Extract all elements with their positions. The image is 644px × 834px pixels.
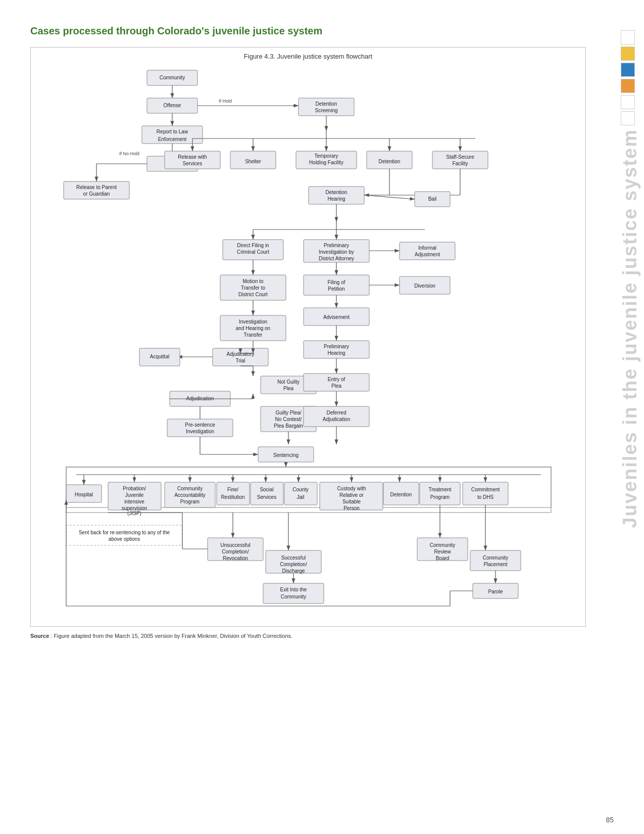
figure-caption: Figure 4.3. Juvenile justice system flow… — [36, 53, 580, 60]
svg-text:Fine/: Fine/ — [227, 487, 238, 492]
svg-text:Petition: Petition — [328, 286, 344, 292]
svg-rect-204 — [470, 550, 521, 571]
svg-text:Holding Facility: Holding Facility — [309, 160, 343, 165]
svg-text:Acquittal: Acquittal — [150, 354, 169, 359]
svg-text:Restitution: Restitution — [221, 494, 244, 500]
svg-text:Community: Community — [281, 594, 307, 599]
svg-text:Hearing: Hearing — [327, 350, 345, 356]
svg-text:Adjustment: Adjustment — [415, 252, 440, 257]
svg-text:Community: Community — [483, 555, 509, 561]
svg-text:Suitable: Suitable — [342, 499, 361, 504]
svg-text:Staff-Secure: Staff-Secure — [446, 154, 474, 160]
svg-text:Custody with: Custody with — [337, 486, 366, 491]
svg-text:Jail: Jail — [296, 494, 304, 500]
svg-text:Not Guilty: Not Guilty — [277, 379, 300, 385]
svg-text:Trial: Trial — [235, 358, 245, 363]
svg-text:Accountability: Accountability — [174, 492, 206, 498]
svg-text:Hearing: Hearing — [327, 196, 345, 202]
svg-text:Services: Services — [183, 161, 202, 166]
svg-text:Motion to: Motion to — [242, 279, 264, 284]
svg-text:Investigation: Investigation — [239, 319, 267, 325]
svg-text:Community: Community — [160, 75, 185, 80]
svg-text:Program: Program — [430, 494, 450, 500]
svg-text:Diversion: Diversion — [414, 283, 435, 289]
svg-text:Hospital: Hospital — [75, 492, 93, 497]
svg-text:If Hold: If Hold — [219, 99, 232, 104]
svg-text:Sentencing: Sentencing — [273, 452, 299, 458]
page-number: 85 — [606, 816, 614, 824]
svg-text:Person: Person — [343, 505, 360, 511]
svg-text:Plea: Plea — [331, 383, 341, 389]
bar-blue — [621, 63, 635, 77]
svg-text:Entry of: Entry of — [328, 377, 345, 382]
svg-text:Review: Review — [434, 549, 452, 554]
svg-text:Community: Community — [177, 486, 203, 491]
svg-text:Offense: Offense — [164, 103, 181, 108]
svg-text:Revocation: Revocation — [223, 555, 248, 561]
svg-text:Transfer to: Transfer to — [241, 285, 265, 291]
svg-text:and Hearing on: and Hearing on — [236, 326, 270, 331]
svg-text:Completion/: Completion/ — [222, 549, 249, 554]
svg-rect-165 — [251, 482, 283, 505]
svg-text:Advisement: Advisement — [323, 314, 350, 320]
svg-rect-79 — [304, 275, 369, 295]
svg-text:Placement: Placement — [483, 562, 507, 567]
svg-text:above options: above options — [109, 536, 140, 542]
svg-text:Relative or: Relative or — [339, 492, 364, 498]
source-text: : Figure adapted from the March 15, 2005… — [51, 633, 292, 639]
svg-text:Preliminary: Preliminary — [324, 243, 349, 248]
svg-text:Probation/: Probation/ — [123, 486, 146, 491]
source-label: Source — [30, 633, 49, 639]
svg-text:Informal: Informal — [418, 245, 436, 251]
svg-text:Successful: Successful — [281, 555, 306, 561]
svg-rect-162 — [217, 482, 250, 505]
svg-text:Parole: Parole — [488, 589, 503, 594]
svg-text:Detention: Detention — [316, 101, 337, 107]
svg-rect-168 — [284, 482, 317, 505]
svg-text:Sent back for re-sentencing to: Sent back for re-sentencing to any of th… — [79, 530, 170, 535]
svg-text:Treatment: Treatment — [428, 487, 451, 492]
svg-text:District Attorney: District Attorney — [319, 256, 354, 261]
svg-text:Direct Filing in: Direct Filing in — [237, 243, 269, 248]
svg-text:Exit Into the: Exit Into the — [280, 587, 307, 592]
svg-text:Plea Bargain: Plea Bargain — [274, 423, 303, 429]
svg-line-56 — [364, 195, 415, 199]
svg-text:Release to Parent: Release to Parent — [76, 184, 117, 190]
svg-text:Guilty Plea/: Guilty Plea/ — [275, 410, 301, 415]
svg-text:Services: Services — [257, 494, 276, 500]
svg-text:Release with: Release with — [178, 154, 207, 160]
svg-text:Temporary: Temporary — [314, 153, 338, 159]
svg-text:Deferred: Deferred — [327, 410, 346, 415]
svg-text:Enforcement: Enforcement — [158, 136, 187, 142]
svg-text:(JISP): (JISP) — [127, 511, 141, 516]
svg-text:Investigation by: Investigation by — [319, 249, 354, 255]
svg-rect-178 — [420, 482, 460, 505]
svg-rect-181 — [463, 482, 508, 505]
bar-white-1 — [621, 30, 635, 44]
svg-text:Screening: Screening — [315, 108, 337, 113]
svg-text:Bail: Bail — [428, 196, 437, 202]
flowchart-wrapper: Figure 4.3. Juvenile justice system flow… — [30, 47, 586, 627]
flowchart-svg: .box { fill: #e8eaf0; stroke: #888; stro… — [36, 65, 581, 621]
page-container: Juveniles in the juvenile justice system… — [0, 0, 644, 834]
svg-text:Detention: Detention — [326, 190, 348, 195]
svg-text:Shelter: Shelter — [245, 159, 261, 164]
svg-text:Discharge: Discharge — [282, 568, 305, 574]
svg-text:to DHS: to DHS — [477, 494, 494, 500]
side-text: Juveniles in the juvenile justice system — [616, 101, 644, 556]
svg-text:Commitment: Commitment — [471, 487, 500, 492]
svg-text:County: County — [292, 487, 309, 492]
svg-text:If No Hold: If No Hold — [119, 151, 139, 156]
svg-text:Completion/: Completion/ — [280, 562, 307, 567]
svg-text:Detention: Detention — [379, 159, 401, 164]
bar-orange — [621, 79, 635, 93]
svg-text:Investigation: Investigation — [186, 429, 214, 434]
svg-text:Facility: Facility — [452, 161, 468, 166]
source-line: Source : Figure adapted from the March 1… — [30, 633, 616, 639]
svg-text:Plea: Plea — [283, 386, 293, 391]
bar-yellow — [621, 47, 635, 61]
svg-text:Board: Board — [436, 555, 450, 561]
svg-text:Program: Program — [180, 499, 200, 504]
svg-text:or Guardian: or Guardian — [83, 191, 110, 197]
svg-text:Detention: Detention — [390, 492, 412, 497]
